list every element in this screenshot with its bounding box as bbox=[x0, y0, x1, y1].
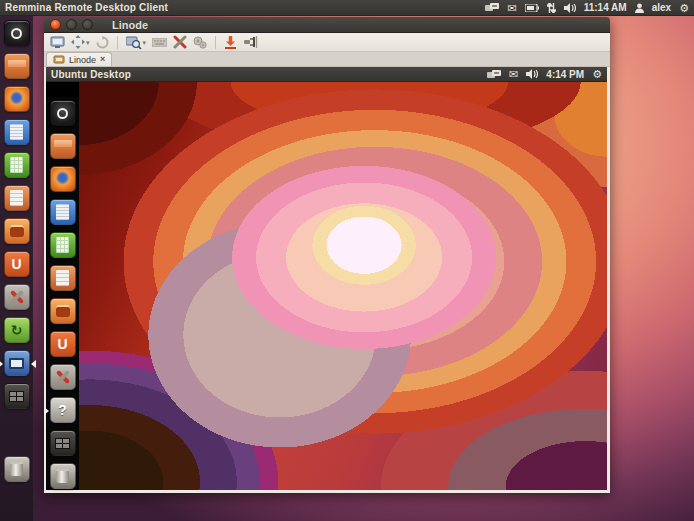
files-icon bbox=[54, 140, 72, 147]
launcher-item-firefox[interactable] bbox=[4, 86, 30, 112]
impress-icon bbox=[10, 190, 23, 206]
software-center-icon bbox=[10, 225, 24, 237]
remote-wallpaper bbox=[79, 82, 607, 490]
gear-icon[interactable]: ⚙ bbox=[679, 3, 689, 13]
remote-launcher-item-libreoffice-impress[interactable] bbox=[50, 265, 76, 291]
remmina-toolbar: ▾ ▾ bbox=[44, 33, 610, 52]
launcher-item-software-updater[interactable]: ↻ bbox=[4, 317, 30, 343]
battery-icon[interactable] bbox=[525, 4, 539, 12]
remmina-window: Linode ▾ ▾ bbox=[44, 17, 610, 493]
launcher-item-libreoffice-impress[interactable] bbox=[4, 185, 30, 211]
remote-launcher-item-help[interactable]: ? bbox=[50, 397, 76, 423]
calc-icon bbox=[10, 157, 23, 173]
tools-button[interactable] bbox=[173, 35, 187, 49]
remote-launcher-item-libreoffice-writer[interactable] bbox=[50, 199, 76, 225]
fit-window-button[interactable]: ▾ bbox=[71, 35, 90, 49]
remote-launcher-item-trash[interactable] bbox=[50, 463, 76, 489]
sync-arrows-icon[interactable] bbox=[547, 3, 556, 13]
host-launcher: U ↻ bbox=[0, 16, 33, 521]
minimize-button[interactable] bbox=[66, 19, 77, 30]
desktop: Linode ▾ ▾ bbox=[0, 0, 694, 521]
mail-icon[interactable]: ✉ bbox=[509, 69, 518, 79]
refresh-icon bbox=[96, 36, 109, 49]
fullscreen-button[interactable] bbox=[50, 36, 65, 48]
launcher-item-trash[interactable] bbox=[4, 456, 30, 482]
updater-icon: ↻ bbox=[11, 323, 23, 337]
gears-icon bbox=[193, 36, 207, 49]
focused-app-arrow-icon bbox=[44, 407, 49, 415]
remote-launcher-item-ubuntu-one[interactable]: U bbox=[50, 331, 76, 357]
toolbar-separator bbox=[215, 36, 216, 49]
maximize-button[interactable] bbox=[82, 19, 93, 30]
connection-tab-icon bbox=[53, 55, 65, 65]
launcher-item-system-settings[interactable] bbox=[4, 284, 30, 310]
launcher-item-files[interactable] bbox=[4, 53, 30, 79]
download-arrow-icon bbox=[224, 35, 237, 49]
ubuntu-one-icon: U bbox=[11, 257, 21, 271]
tools-cross-icon bbox=[173, 35, 187, 49]
gear-icon[interactable]: ⚙ bbox=[592, 69, 602, 79]
active-app-title[interactable]: Remmina Remote Desktop Client bbox=[5, 2, 168, 13]
network-icon[interactable] bbox=[485, 3, 499, 12]
settings-button[interactable] bbox=[193, 36, 207, 49]
remote-launcher: U ? bbox=[46, 97, 79, 490]
writer-icon bbox=[56, 204, 69, 220]
host-tray: ✉ 11:14 AM alex ⚙ bbox=[485, 2, 689, 13]
toolbar-separator bbox=[117, 36, 118, 49]
launcher-item-software-center[interactable] bbox=[4, 218, 30, 244]
remote-viewport[interactable]: Ubuntu Desktop ✉ 4:14 PM ⚙ bbox=[44, 67, 610, 493]
workspace-grid-icon bbox=[55, 438, 70, 449]
remote-launcher-item-system-settings[interactable] bbox=[50, 364, 76, 390]
window-titlebar[interactable]: Linode bbox=[44, 17, 610, 33]
grab-keyboard-button[interactable] bbox=[152, 38, 167, 47]
refresh-button[interactable] bbox=[96, 36, 109, 49]
remote-clock[interactable]: 4:14 PM bbox=[546, 69, 584, 80]
chevron-down-icon[interactable]: ▾ bbox=[86, 39, 90, 46]
remote-launcher-item-firefox[interactable] bbox=[50, 166, 76, 192]
remote-launcher-item-dash-home[interactable] bbox=[50, 100, 76, 126]
writer-icon bbox=[10, 124, 23, 140]
screenshot-button[interactable] bbox=[224, 35, 237, 49]
remmina-icon bbox=[9, 358, 24, 369]
launcher-item-dash-home[interactable] bbox=[4, 20, 30, 46]
remote-tray: ✉ 4:14 PM ⚙ bbox=[487, 69, 602, 80]
running-app-arrow-icon bbox=[0, 360, 3, 368]
host-clock[interactable]: 11:14 AM bbox=[584, 2, 627, 13]
remote-desktop: U ? bbox=[46, 82, 607, 490]
network-icon[interactable] bbox=[487, 70, 501, 79]
tab-bar: Linode × bbox=[44, 52, 610, 67]
launcher-item-ubuntu-one[interactable]: U bbox=[4, 251, 30, 277]
volume-icon[interactable] bbox=[564, 3, 576, 13]
remote-launcher-item-workspace-switcher[interactable] bbox=[50, 430, 76, 456]
remote-launcher-item-files[interactable] bbox=[50, 133, 76, 159]
trash-icon bbox=[56, 469, 69, 483]
remote-launcher-item-software-center[interactable] bbox=[50, 298, 76, 324]
workspace-grid-icon bbox=[9, 391, 24, 402]
user-menu[interactable]: alex bbox=[652, 2, 671, 13]
tab-close-icon[interactable]: × bbox=[100, 55, 105, 64]
fit-arrows-icon bbox=[71, 35, 85, 49]
scale-magnifier-icon bbox=[126, 36, 142, 49]
remote-panel-title: Ubuntu Desktop bbox=[51, 69, 131, 80]
launcher-item-libreoffice-calc[interactable] bbox=[4, 152, 30, 178]
disconnect-button[interactable] bbox=[243, 36, 258, 48]
launcher-item-workspace-switcher[interactable] bbox=[4, 383, 30, 409]
software-center-icon bbox=[56, 305, 70, 317]
remote-top-panel: Ubuntu Desktop ✉ 4:14 PM ⚙ bbox=[46, 67, 607, 82]
ubuntu-logo-icon bbox=[57, 108, 68, 119]
volume-icon[interactable] bbox=[526, 69, 538, 79]
calc-icon bbox=[56, 237, 69, 253]
launcher-item-libreoffice-writer[interactable] bbox=[4, 119, 30, 145]
close-button[interactable] bbox=[50, 19, 61, 30]
tab-label: Linode bbox=[69, 55, 96, 65]
window-title: Linode bbox=[112, 19, 148, 31]
chevron-down-icon[interactable]: ▾ bbox=[143, 39, 147, 46]
files-icon bbox=[8, 60, 26, 67]
mail-icon[interactable]: ✉ bbox=[507, 3, 516, 13]
scaled-mode-button[interactable]: ▾ bbox=[126, 36, 147, 49]
tab-linode[interactable]: Linode × bbox=[46, 52, 112, 66]
remote-launcher-item-libreoffice-calc[interactable] bbox=[50, 232, 76, 258]
launcher-item-remmina[interactable] bbox=[4, 350, 30, 376]
ubuntu-logo-icon bbox=[11, 28, 22, 39]
help-icon: ? bbox=[58, 403, 67, 417]
